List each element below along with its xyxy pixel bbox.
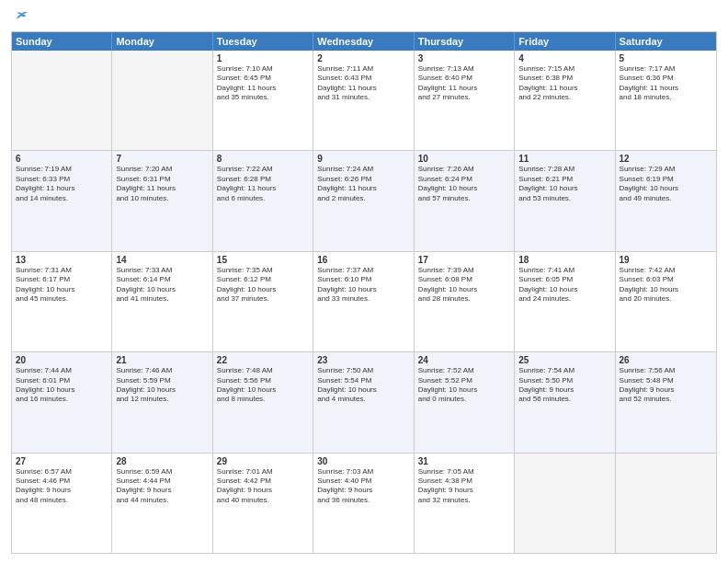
calendar-body: 1Sunrise: 7:10 AMSunset: 6:45 PMDaylight… <box>12 51 716 553</box>
calendar-row-2: 13Sunrise: 7:31 AMSunset: 6:17 PMDayligh… <box>12 252 716 352</box>
day-number: 8 <box>217 154 309 164</box>
cell-info-line: Sunrise: 7:44 AM <box>16 366 108 375</box>
calendar: SundayMondayTuesdayWednesdayThursdayFrid… <box>11 31 717 554</box>
cell-info-line: Daylight: 11 hours <box>418 84 510 93</box>
cell-info-line: Sunset: 6:26 PM <box>317 175 409 184</box>
calendar-cell-day-23: 23Sunrise: 7:50 AMSunset: 5:54 PMDayligh… <box>313 352 414 452</box>
cell-info-line: Sunrise: 6:57 AM <box>16 467 108 477</box>
calendar-header: SundayMondayTuesdayWednesdayThursdayFrid… <box>12 32 716 51</box>
cell-info-line: Sunrise: 7:54 AM <box>518 366 610 375</box>
cell-info-line: and 4 minutes. <box>317 395 409 404</box>
weekday-header-monday: Monday <box>112 32 212 51</box>
cell-info-line: Sunset: 6:45 PM <box>217 74 309 83</box>
day-number: 7 <box>116 154 208 164</box>
cell-info-line: Sunrise: 7:56 AM <box>620 366 712 375</box>
day-number: 23 <box>317 355 409 365</box>
cell-info-line: and 0 minutes. <box>418 395 510 404</box>
cell-info-line: and 22 minutes. <box>518 93 610 102</box>
calendar-cell-day-2: 2Sunrise: 7:11 AMSunset: 6:43 PMDaylight… <box>313 51 414 150</box>
cell-info-line: Sunrise: 7:11 AM <box>317 64 409 74</box>
cell-info-line: Sunrise: 7:37 AM <box>317 266 409 275</box>
calendar-cell-day-16: 16Sunrise: 7:37 AMSunset: 6:10 PMDayligh… <box>313 252 414 351</box>
cell-info-line: Daylight: 11 hours <box>217 184 309 193</box>
cell-info-line: Daylight: 9 hours <box>518 385 610 395</box>
logo <box>11 9 29 26</box>
day-number: 12 <box>620 154 712 164</box>
cell-info-line: Daylight: 11 hours <box>620 84 712 93</box>
cell-info-line: Sunset: 4:42 PM <box>217 477 309 486</box>
day-number: 18 <box>518 255 610 265</box>
calendar-cell-empty <box>112 51 212 150</box>
cell-info-line: and 41 minutes. <box>116 294 208 304</box>
cell-info-line: Sunrise: 7:26 AM <box>418 165 510 174</box>
calendar-cell-day-18: 18Sunrise: 7:41 AMSunset: 6:05 PMDayligh… <box>515 252 615 351</box>
cell-info-line: Daylight: 10 hours <box>116 285 208 294</box>
cell-info-line: and 57 minutes. <box>418 194 510 203</box>
weekday-header-thursday: Thursday <box>415 32 515 51</box>
cell-info-line: Daylight: 10 hours <box>418 385 510 395</box>
cell-info-line: Sunrise: 7:01 AM <box>217 467 309 477</box>
cell-info-line: Sunset: 6:14 PM <box>116 275 208 284</box>
calendar-cell-day-13: 13Sunrise: 7:31 AMSunset: 6:17 PMDayligh… <box>12 252 112 351</box>
logo-text <box>11 9 29 26</box>
calendar-cell-day-22: 22Sunrise: 7:48 AMSunset: 5:56 PMDayligh… <box>213 352 313 452</box>
cell-info-line: Sunrise: 7:42 AM <box>620 266 712 275</box>
logo-bird-icon <box>13 9 29 26</box>
cell-info-line: Daylight: 10 hours <box>518 184 610 193</box>
cell-info-line: and 18 minutes. <box>620 93 712 102</box>
cell-info-line: Sunrise: 7:15 AM <box>518 64 610 74</box>
cell-info-line: Sunset: 6:05 PM <box>518 275 610 284</box>
calendar-cell-day-14: 14Sunrise: 7:33 AMSunset: 6:14 PMDayligh… <box>112 252 212 351</box>
day-number: 9 <box>317 154 409 164</box>
cell-info-line: Daylight: 10 hours <box>217 385 309 395</box>
day-number: 22 <box>217 355 309 365</box>
cell-info-line: Daylight: 10 hours <box>418 184 510 193</box>
cell-info-line: and 52 minutes. <box>620 395 712 404</box>
calendar-cell-day-27: 27Sunrise: 6:57 AMSunset: 4:46 PMDayligh… <box>12 454 112 553</box>
cell-info-line: Sunrise: 7:35 AM <box>217 266 309 275</box>
cell-info-line: Sunrise: 7:10 AM <box>217 64 309 74</box>
calendar-cell-empty <box>12 51 112 150</box>
cell-info-line: Sunrise: 7:31 AM <box>16 266 108 275</box>
cell-info-line: Daylight: 10 hours <box>16 385 108 395</box>
calendar-cell-day-8: 8Sunrise: 7:22 AMSunset: 6:28 PMDaylight… <box>213 151 313 250</box>
calendar-row-1: 6Sunrise: 7:19 AMSunset: 6:33 PMDaylight… <box>12 151 716 251</box>
cell-info-line: Sunrise: 7:05 AM <box>418 467 510 477</box>
cell-info-line: and 40 minutes. <box>217 496 309 505</box>
cell-info-line: Sunset: 5:48 PM <box>620 376 712 385</box>
cell-info-line: Sunrise: 7:13 AM <box>418 64 510 74</box>
cell-info-line: Sunset: 6:19 PM <box>620 175 712 184</box>
cell-info-line: Daylight: 9 hours <box>620 385 712 395</box>
cell-info-line: Sunset: 6:28 PM <box>217 175 309 184</box>
day-number: 20 <box>16 355 108 365</box>
header <box>11 9 717 26</box>
day-number: 19 <box>620 255 712 265</box>
calendar-row-3: 20Sunrise: 7:44 AMSunset: 6:01 PMDayligh… <box>12 352 716 453</box>
cell-info-line: Sunrise: 7:29 AM <box>620 165 712 174</box>
cell-info-line: Daylight: 10 hours <box>418 285 510 294</box>
cell-info-line: Daylight: 11 hours <box>518 84 610 93</box>
calendar-cell-day-25: 25Sunrise: 7:54 AMSunset: 5:50 PMDayligh… <box>515 352 615 452</box>
weekday-header-wednesday: Wednesday <box>313 32 414 51</box>
cell-info-line: and 2 minutes. <box>317 194 409 203</box>
weekday-header-friday: Friday <box>515 32 615 51</box>
cell-info-line: Daylight: 10 hours <box>217 285 309 294</box>
cell-info-line: Sunset: 6:17 PM <box>16 275 108 284</box>
calendar-cell-day-17: 17Sunrise: 7:39 AMSunset: 6:08 PMDayligh… <box>415 252 515 351</box>
cell-info-line: Daylight: 10 hours <box>317 385 409 395</box>
cell-info-line: Daylight: 11 hours <box>217 84 309 93</box>
cell-info-line: Daylight: 9 hours <box>317 486 409 495</box>
cell-info-line: Daylight: 11 hours <box>116 184 208 193</box>
day-number: 4 <box>518 53 610 63</box>
calendar-cell-day-7: 7Sunrise: 7:20 AMSunset: 6:31 PMDaylight… <box>112 151 212 250</box>
cell-info-line: Sunrise: 7:17 AM <box>620 64 712 74</box>
cell-info-line: Sunrise: 7:19 AM <box>16 165 108 174</box>
calendar-cell-empty <box>515 454 615 553</box>
cell-info-line: Daylight: 10 hours <box>317 285 409 294</box>
cell-info-line: Daylight: 10 hours <box>620 285 712 294</box>
cell-info-line: Sunset: 5:56 PM <box>217 376 309 385</box>
day-number: 13 <box>16 255 108 265</box>
cell-info-line: Daylight: 11 hours <box>317 84 409 93</box>
day-number: 1 <box>217 53 309 63</box>
calendar-cell-empty <box>616 454 716 553</box>
